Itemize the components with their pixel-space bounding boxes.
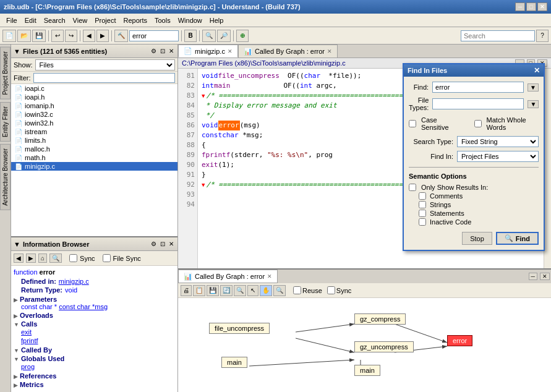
- call-exit-link[interactable]: exit: [21, 328, 32, 336]
- menu-search[interactable]: Search: [40, 15, 69, 25]
- globals-collapse[interactable]: ▼: [14, 356, 19, 362]
- menu-reports[interactable]: Reports: [119, 15, 151, 25]
- file-item[interactable]: 📄math.h: [11, 153, 177, 162]
- show-select[interactable]: Files: [35, 59, 175, 70]
- case-sensitive-checkbox[interactable]: [409, 120, 416, 127]
- project-browser-tab[interactable]: Project Browser: [0, 47, 11, 100]
- metrics-collapse[interactable]: ▶: [14, 382, 18, 388]
- files-expand-icon[interactable]: ▼: [14, 48, 20, 55]
- info-settings-icon[interactable]: ⚙: [150, 241, 158, 247]
- node-gz-uncompress[interactable]: gz_uncompress: [354, 341, 414, 352]
- menu-file[interactable]: File: [2, 15, 21, 25]
- strings-checkbox[interactable]: [419, 201, 426, 208]
- build-button[interactable]: 🔨: [114, 30, 128, 42]
- file-item[interactable]: 📄istream: [11, 127, 177, 136]
- node-gz-compress[interactable]: gz_compress: [354, 313, 406, 325]
- collapse-arrow[interactable]: ▼: [202, 180, 205, 190]
- find-button[interactable]: 🔍 Find: [496, 232, 539, 245]
- maximize-button[interactable]: □: [526, 2, 536, 11]
- graph-refresh-button[interactable]: 🔄: [220, 285, 233, 296]
- files-close-icon[interactable]: ✕: [168, 48, 175, 54]
- info-detach-icon[interactable]: ⊡: [159, 241, 166, 247]
- info-home-button[interactable]: ⌂: [38, 254, 47, 263]
- save-button[interactable]: 💾: [32, 30, 46, 42]
- info-close-icon[interactable]: ✕: [168, 241, 175, 247]
- zoom-in-button[interactable]: 🔍: [202, 30, 216, 42]
- graph-tab-called-by[interactable]: 📊 Called By Graph : error ✕: [178, 270, 278, 283]
- references-collapse[interactable]: ▶: [14, 373, 18, 380]
- filter-input[interactable]: [33, 73, 176, 83]
- new-button[interactable]: 📄: [2, 30, 16, 42]
- code-tab-minigzip[interactable]: 📄 minigzip.c ✕: [178, 45, 238, 58]
- menu-project[interactable]: Project: [91, 15, 119, 25]
- statements-checkbox[interactable]: [419, 210, 426, 217]
- close-button[interactable]: ✕: [537, 2, 547, 11]
- param-name[interactable]: const char *msg: [59, 303, 108, 310]
- file-item[interactable]: 📄iomanip.h: [11, 101, 177, 110]
- graph-search-button[interactable]: 🔍: [273, 285, 286, 296]
- back-button[interactable]: ◀: [83, 30, 95, 42]
- params-collapse[interactable]: ▶: [14, 297, 18, 303]
- node-main[interactable]: main: [221, 357, 247, 368]
- info-forward-button[interactable]: ▶: [26, 254, 36, 263]
- info-back-button[interactable]: ◀: [14, 254, 23, 263]
- files-detach-icon[interactable]: ⊡: [159, 48, 166, 54]
- menu-edit[interactable]: Edit: [21, 15, 40, 25]
- file-item[interactable]: 📄iowin32.h: [11, 119, 177, 127]
- find-dropdown-button[interactable]: ▼: [528, 83, 539, 92]
- find-value-input[interactable]: [432, 82, 524, 93]
- graph-hand-button[interactable]: ✋: [260, 285, 272, 296]
- find-file-types-input[interactable]: [432, 98, 524, 109]
- inactive-code-checkbox[interactable]: [419, 218, 426, 226]
- info-search-button[interactable]: 🔍: [49, 254, 62, 263]
- calls-collapse[interactable]: ▼: [14, 322, 19, 328]
- node-file-uncompress[interactable]: file_uncompress: [209, 323, 270, 334]
- info-expand-icon[interactable]: ▼: [14, 241, 20, 248]
- global-prog-link[interactable]: prog: [21, 363, 35, 370]
- search-entity-input[interactable]: [129, 30, 179, 41]
- graph-cursor-button[interactable]: ↖: [247, 285, 258, 296]
- add-button[interactable]: ⊕: [236, 30, 249, 42]
- collapse-arrow[interactable]: ▼: [202, 91, 205, 101]
- search-help-button[interactable]: ?: [536, 30, 549, 42]
- menu-view[interactable]: View: [69, 15, 92, 25]
- menu-window[interactable]: Window: [174, 15, 206, 25]
- graph-print-button[interactable]: 🖨: [181, 285, 192, 296]
- called-by-collapse[interactable]: ▼: [14, 347, 19, 354]
- find-in-select[interactable]: Project Files: [457, 151, 539, 162]
- bold-button[interactable]: B: [184, 30, 197, 42]
- files-settings-icon[interactable]: ⚙: [150, 48, 158, 54]
- graph-copy-button[interactable]: 📋: [193, 285, 205, 296]
- defined-value[interactable]: minigzip.c: [59, 278, 89, 285]
- entity-filter-tab[interactable]: Entity Filter: [0, 102, 11, 142]
- graph-tab-close[interactable]: ✕: [327, 48, 332, 54]
- graph-zoom-in-button[interactable]: 🔍: [234, 285, 246, 296]
- sync-graph-checkbox[interactable]: [327, 286, 335, 294]
- menu-help[interactable]: Help: [206, 15, 228, 25]
- call-fprintf-link[interactable]: fprintf: [21, 337, 38, 344]
- node-main2[interactable]: main: [354, 365, 380, 376]
- file-item[interactable]: 📄ioapi.c: [11, 84, 177, 93]
- graph-close-icon[interactable]: ✕: [267, 273, 272, 279]
- match-whole-checkbox[interactable]: [474, 120, 482, 127]
- file-item[interactable]: 📄limits.h: [11, 136, 177, 145]
- overloads-collapse[interactable]: ▶: [14, 313, 18, 319]
- node-error[interactable]: error: [447, 335, 472, 346]
- forward-button[interactable]: ▶: [96, 30, 109, 42]
- code-tab-close[interactable]: ✕: [228, 48, 233, 54]
- menu-tools[interactable]: Tools: [151, 15, 174, 25]
- file-sync-checkbox[interactable]: [103, 254, 111, 262]
- file-item[interactable]: 📄iowin32.c: [11, 110, 177, 119]
- architecture-browser-tab[interactable]: Architecture Browser: [0, 144, 11, 210]
- undo-button[interactable]: ↩: [51, 30, 64, 42]
- graph-minimize-button[interactable]: ─: [529, 273, 537, 280]
- code-tab-graph[interactable]: 📊 Called By Graph : error ✕: [238, 45, 338, 58]
- only-show-checkbox[interactable]: [409, 184, 416, 191]
- open-button[interactable]: 📂: [17, 30, 31, 42]
- redo-button[interactable]: ↪: [65, 30, 77, 42]
- search-type-select[interactable]: Fixed String: [457, 136, 539, 147]
- file-item[interactable]: 📄minigzip.c: [11, 162, 177, 171]
- search-input[interactable]: [461, 30, 535, 41]
- zoom-out-button[interactable]: 🔎: [217, 30, 231, 42]
- minimize-button[interactable]: ─: [515, 2, 525, 11]
